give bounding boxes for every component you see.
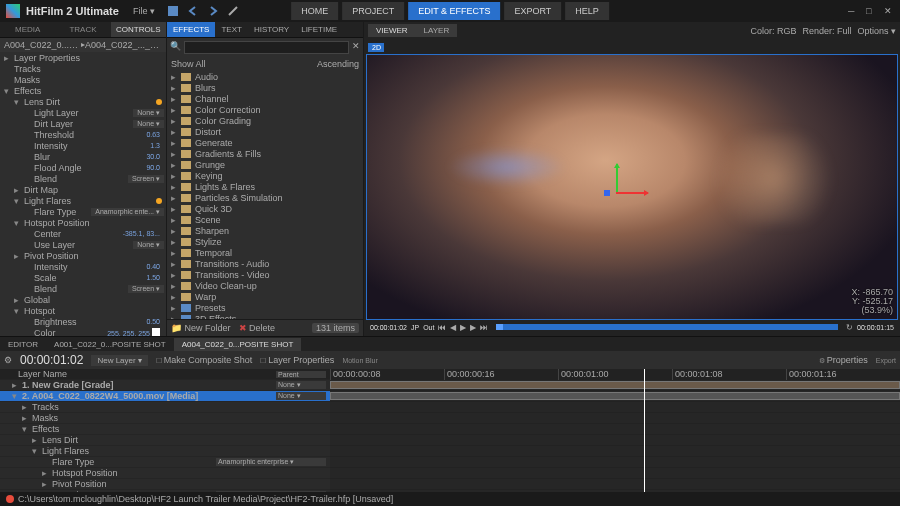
property-row[interactable]: ▾Light Flares (0, 195, 166, 206)
timeline-layer-row[interactable]: ▾Light Flares (0, 446, 330, 457)
gizmo-y-axis[interactable] (616, 164, 618, 192)
effect-folder[interactable]: ▸Distort (167, 126, 363, 137)
panel-tab-track[interactable]: TRACK (55, 22, 110, 37)
2d-mode-badge[interactable]: 2D (368, 43, 384, 52)
property-row[interactable]: Intensity0.40 (0, 261, 166, 272)
editor-timecode[interactable]: 00:00:01:02 (20, 353, 83, 367)
property-row[interactable]: ▸Layer Properties (0, 52, 166, 63)
main-tab-home[interactable]: HOME (291, 2, 338, 20)
effect-folder[interactable]: ▸Transitions - Audio (167, 258, 363, 269)
timeline-layer-row[interactable]: ▸Masks (0, 413, 330, 424)
viewer-tab-layer[interactable]: LAYER (416, 24, 458, 37)
property-row[interactable]: BlendScreen ▾ (0, 283, 166, 294)
scrub-bar[interactable] (496, 324, 838, 330)
editor-tab[interactable]: A004_C022_0...POSITE SHOT (174, 338, 302, 351)
property-row[interactable]: Tracks (0, 63, 166, 74)
property-row[interactable]: Threshold0.63 (0, 129, 166, 140)
timeline-layer-row[interactable]: ▸Lens Dirt (0, 435, 330, 446)
render-mode-dropdown[interactable]: Render: Full (802, 26, 851, 36)
maximize-button[interactable]: □ (866, 6, 876, 16)
property-row[interactable]: Masks (0, 74, 166, 85)
effect-folder[interactable]: ▸Blurs (167, 82, 363, 93)
viewer-options-dropdown[interactable]: Options ▾ (857, 26, 896, 36)
layer-properties-button[interactable]: ☐ Layer Properties (260, 355, 334, 365)
effect-folder[interactable]: ▸Color Grading (167, 115, 363, 126)
timeline-layer-row[interactable]: ▸Tracks (0, 402, 330, 413)
property-row[interactable]: ▾Lens Dirt (0, 96, 166, 107)
property-row[interactable]: Blur30.0 (0, 151, 166, 162)
step-back-button[interactable]: ◀ (450, 323, 456, 332)
property-row[interactable]: BlendScreen ▾ (0, 173, 166, 184)
effect-folder[interactable]: ▸Scene (167, 214, 363, 225)
main-tab-help[interactable]: HELP (565, 2, 609, 20)
main-tab-project[interactable]: PROJECT (342, 2, 404, 20)
timeline-layer-row[interactable]: Flare TypeAnamorphic enterprise ▾ (0, 457, 330, 468)
gizmo-x-axis[interactable] (616, 192, 648, 194)
file-menu[interactable]: File ▾ (133, 6, 155, 16)
effect-folder[interactable]: ▸Gradients & Fills (167, 148, 363, 159)
timeline-options-icon[interactable]: ⚙ (4, 355, 12, 365)
goto-end-button[interactable]: ⏭ (480, 323, 488, 332)
sort-dropdown[interactable]: Ascending (317, 59, 359, 69)
delete-button[interactable]: ✖ Delete (239, 323, 276, 333)
effect-folder[interactable]: ▸Quick 3D (167, 203, 363, 214)
mid-tab-lifetime[interactable]: LIFETIME (295, 22, 343, 37)
clear-search-icon[interactable]: ✕ (352, 41, 360, 54)
property-row[interactable]: ▸Pivot Position (0, 250, 166, 261)
effect-folder[interactable]: ▸Warp (167, 291, 363, 302)
gizmo-z-handle[interactable] (604, 190, 610, 196)
new-layer-button[interactable]: New Layer ▾ (91, 355, 147, 366)
new-folder-button[interactable]: 📁 New Folder (171, 323, 231, 333)
effect-folder[interactable]: ▸Generate (167, 137, 363, 148)
effect-folder[interactable]: ▸Audio (167, 71, 363, 82)
property-row[interactable]: Intensity1.3 (0, 140, 166, 151)
mid-tab-history[interactable]: HISTORY (248, 22, 295, 37)
viewer-tab-viewer[interactable]: VIEWER (368, 24, 416, 37)
save-icon[interactable] (167, 5, 179, 17)
loop-button[interactable]: ↻ (846, 323, 853, 332)
editor-tab[interactable]: EDITOR (0, 338, 46, 351)
property-row[interactable]: ▸Dirt Map (0, 184, 166, 195)
property-row[interactable]: Center-385.1, 83... (0, 228, 166, 239)
effect-folder[interactable]: ▸Temporal (167, 247, 363, 258)
mid-tab-text[interactable]: TEXT (215, 22, 247, 37)
effect-folder[interactable]: ▸Color Correction (167, 104, 363, 115)
close-button[interactable]: ✕ (884, 6, 894, 16)
effect-folder[interactable]: ▸Lights & Flares (167, 181, 363, 192)
property-row[interactable]: Use LayerNone ▾ (0, 239, 166, 250)
effect-folder[interactable]: ▸Keying (167, 170, 363, 181)
effect-folder[interactable]: ▸Transitions - Video (167, 269, 363, 280)
main-tab-editeffects[interactable]: EDIT & EFFECTS (408, 2, 500, 20)
step-fwd-button[interactable]: ▶ (470, 323, 476, 332)
property-row[interactable]: ▸Global (0, 294, 166, 305)
effect-folder[interactable]: ▸Grunge (167, 159, 363, 170)
make-composite-button[interactable]: ☐ Make Composite Shot (156, 355, 253, 365)
property-row[interactable]: ▾Hotspot Position (0, 217, 166, 228)
timeline-layer-row[interactable]: ▾2. A004_C022_0822W4_5000.mov [Media]Non… (0, 391, 330, 402)
timeline-layer-row[interactable]: ▸Hotspot Position (0, 468, 330, 479)
effect-folder[interactable]: ▸Stylize (167, 236, 363, 247)
brush-icon[interactable] (227, 5, 239, 17)
timeline-layer-row[interactable]: ▸Pivot Position (0, 479, 330, 490)
redo-icon[interactable] (207, 5, 219, 17)
panel-tab-controls[interactable]: CONTROLS (111, 22, 166, 37)
viewport[interactable]: X: -865.70Y: -525.17(53.9%) (366, 54, 898, 320)
effect-folder[interactable]: ▸Video Clean-up (167, 280, 363, 291)
filter-dropdown[interactable]: Show All (171, 59, 206, 69)
timeline-layer-row[interactable]: Intensity0.40 ▾ (0, 490, 330, 492)
panel-tab-media[interactable]: MEDIA (0, 22, 55, 37)
mid-tab-effects[interactable]: EFFECTS (167, 22, 215, 37)
effects-search-input[interactable] (184, 41, 349, 54)
property-row[interactable]: ▾Effects (0, 85, 166, 96)
property-row[interactable]: Brightness0.50 (0, 316, 166, 327)
editor-tab[interactable]: A001_C022_0...POSITE SHOT (46, 338, 174, 351)
effect-folder[interactable]: ▸Particles & Simulation (167, 192, 363, 203)
motion-blur-button[interactable]: Motion Blur (342, 357, 377, 364)
property-row[interactable]: Dirt LayerNone ▾ (0, 118, 166, 129)
property-row[interactable]: Color255, 255, 255 (0, 327, 166, 336)
export-button[interactable]: Export (876, 357, 896, 364)
main-tab-export[interactable]: EXPORT (505, 2, 562, 20)
clip-breadcrumb[interactable]: A004_C022_0...posite Shot▸A004_C022_..._… (0, 38, 166, 52)
effect-folder[interactable]: ▸Channel (167, 93, 363, 104)
effect-folder[interactable]: ▸Presets (167, 302, 363, 313)
